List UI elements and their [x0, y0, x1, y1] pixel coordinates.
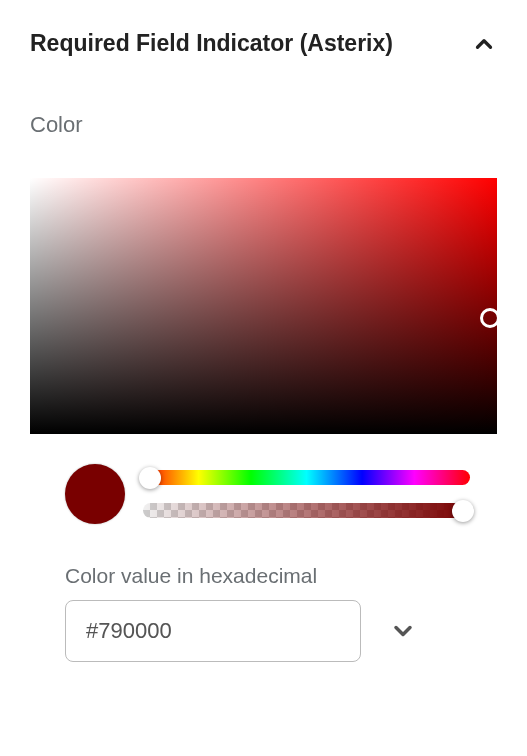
hue-slider[interactable]: [143, 470, 470, 485]
sliders: [143, 470, 497, 518]
chevron-down-icon: [389, 617, 417, 645]
alpha-thumb[interactable]: [452, 500, 474, 522]
chevron-up-icon: [471, 31, 497, 57]
saturation-brightness-thumb: [480, 308, 500, 328]
color-label: Color: [30, 112, 497, 138]
hex-row: [65, 600, 497, 662]
color-swatch: [65, 464, 125, 524]
section-title: Required Field Indicator (Asterix): [30, 30, 393, 57]
hex-input[interactable]: [65, 600, 361, 662]
section-header: Required Field Indicator (Asterix): [30, 30, 497, 57]
alpha-slider[interactable]: [143, 503, 470, 518]
slider-row: [30, 464, 497, 524]
collapse-toggle[interactable]: [471, 31, 497, 57]
expand-toggle[interactable]: [389, 617, 417, 645]
hex-label: Color value in hexadecimal: [65, 564, 497, 588]
hex-section: Color value in hexadecimal: [30, 564, 497, 662]
hue-thumb[interactable]: [139, 467, 161, 489]
saturation-brightness-picker[interactable]: [30, 178, 497, 434]
